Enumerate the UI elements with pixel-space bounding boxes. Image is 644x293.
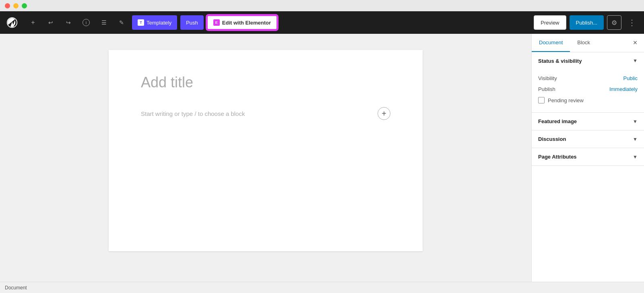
status-bar-label: Document: [5, 285, 27, 291]
chevron-down-icon-featured: ▼: [633, 119, 638, 124]
sidebar-panel: Document Block × Status & visibility ▲ V…: [531, 34, 644, 282]
elementor-label: Edit with Elementor: [222, 20, 271, 26]
sidebar-close-button[interactable]: ×: [630, 37, 641, 49]
mac-maximize-button[interactable]: [22, 3, 27, 8]
chevron-down-icon-discussion: ▼: [633, 136, 638, 142]
status-visibility-content: Visibility Public Publish Immediately Pe…: [532, 70, 644, 112]
chevron-down-icon-attributes: ▼: [633, 154, 638, 160]
push-button[interactable]: Push: [180, 15, 204, 30]
pending-review-row: Pending review: [538, 95, 638, 106]
plus-icon: +: [31, 19, 35, 26]
add-block-button[interactable]: +: [378, 107, 390, 120]
mac-titlebar: [0, 0, 644, 11]
editor-paper: Start writing or type / to choose a bloc…: [109, 50, 423, 251]
page-attributes-section: Page Attributes ▼: [532, 148, 644, 166]
publish-row: Publish Immediately: [538, 84, 638, 95]
publish-button[interactable]: Publish...: [570, 15, 604, 30]
pending-review-label: Pending review: [548, 97, 584, 103]
status-bar: Document: [0, 282, 644, 293]
add-block-toolbar-button[interactable]: +: [26, 15, 40, 30]
redo-icon: ↪: [66, 19, 71, 26]
featured-image-header[interactable]: Featured image ▼: [532, 113, 644, 130]
undo-icon: ↩: [48, 19, 53, 26]
gear-icon: ⚙: [611, 19, 617, 27]
edit-with-elementor-button[interactable]: E Edit with Elementor: [207, 15, 277, 30]
visibility-value[interactable]: Public: [623, 75, 638, 81]
tab-document[interactable]: Document: [532, 34, 570, 52]
discussion-section: Discussion ▼: [532, 130, 644, 148]
editor-main: Start writing or type / to choose a bloc…: [0, 34, 531, 282]
status-visibility-title: Status & visibility: [538, 58, 582, 64]
info-icon: i: [83, 19, 90, 26]
tab-block[interactable]: Block: [570, 34, 597, 52]
settings-button[interactable]: ⚙: [607, 15, 621, 30]
pencil-icon: ✎: [119, 19, 124, 26]
visibility-row: Visibility Public: [538, 73, 638, 84]
sidebar-header: Document Block ×: [532, 34, 644, 52]
redo-button[interactable]: ↪: [61, 15, 76, 30]
content-area: Start writing or type / to choose a bloc…: [0, 34, 644, 282]
app-wrapper: + ↩ ↪ i ☰ ✎ T Templately Push E Edit wit…: [0, 11, 644, 293]
visibility-label: Visibility: [538, 75, 557, 81]
featured-image-section: Featured image ▼: [532, 113, 644, 130]
close-icon: ×: [633, 39, 638, 47]
preview-label: Preview: [541, 20, 559, 26]
featured-image-title: Featured image: [538, 118, 577, 124]
pending-review-checkbox[interactable]: [538, 97, 545, 103]
status-visibility-header[interactable]: Status & visibility ▲: [532, 52, 644, 70]
discussion-title: Discussion: [538, 136, 566, 142]
page-attributes-title: Page Attributes: [538, 154, 577, 160]
push-label: Push: [186, 20, 198, 26]
add-block-plus-icon: +: [382, 109, 386, 118]
undo-button[interactable]: ↩: [43, 15, 58, 30]
more-options-button[interactable]: ⋮: [625, 15, 639, 30]
block-area: Start writing or type / to choose a bloc…: [141, 107, 390, 120]
publish-label-sidebar: Publish: [538, 86, 555, 92]
mac-close-button[interactable]: [5, 3, 10, 8]
mac-minimize-button[interactable]: [13, 3, 19, 8]
status-visibility-section: Status & visibility ▲ Visibility Public …: [532, 52, 644, 113]
list-icon: ☰: [101, 19, 107, 26]
publish-label: Publish...: [576, 20, 597, 26]
templately-icon: T: [138, 19, 144, 26]
preview-button[interactable]: Preview: [534, 15, 566, 30]
page-attributes-header[interactable]: Page Attributes ▼: [532, 148, 644, 165]
elementor-icon: E: [213, 19, 220, 26]
chevron-up-icon: ▲: [633, 58, 638, 64]
ellipsis-icon: ⋮: [628, 18, 636, 27]
wp-logo[interactable]: [5, 15, 19, 30]
templately-button[interactable]: T Templately: [132, 15, 177, 30]
templately-label: Templately: [147, 20, 171, 26]
info-button[interactable]: i: [79, 15, 93, 30]
publish-value[interactable]: Immediately: [609, 86, 638, 92]
block-placeholder-text: Start writing or type / to choose a bloc…: [141, 110, 371, 117]
toolbar: + ↩ ↪ i ☰ ✎ T Templately Push E Edit wit…: [0, 11, 644, 34]
post-title-input[interactable]: [141, 74, 390, 91]
edit-tool-button[interactable]: ✎: [114, 15, 129, 30]
list-view-button[interactable]: ☰: [97, 15, 111, 30]
discussion-header[interactable]: Discussion ▼: [532, 130, 644, 148]
